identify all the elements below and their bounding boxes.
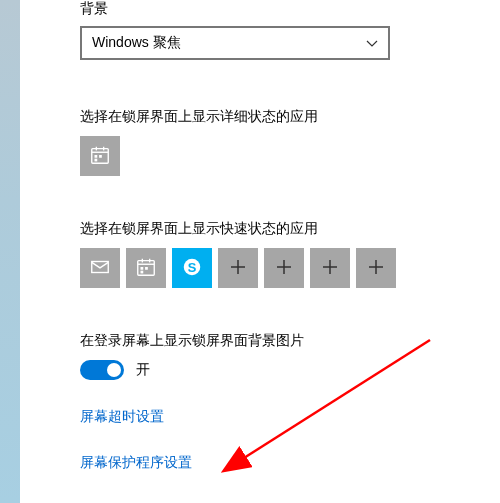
screensaver-settings-link[interactable]: 屏幕保护程序设置 — [80, 454, 192, 472]
detailed-status-label: 选择在锁屏界面上显示详细状态的应用 — [80, 108, 500, 126]
lockscreen-settings-panel: 背景 Windows 聚焦 选择在锁屏界面上显示详细状态的应用 选择在锁屏界面上… — [20, 0, 500, 503]
detailed-status-tiles — [80, 136, 500, 176]
background-dropdown[interactable]: Windows 聚焦 — [80, 26, 390, 60]
quick-status-add-slot-2[interactable] — [264, 248, 304, 288]
signin-bg-toggle-state: 开 — [136, 361, 150, 379]
quick-status-label: 选择在锁屏界面上显示快速状态的应用 — [80, 220, 500, 238]
quick-status-add-slot-1[interactable] — [218, 248, 258, 288]
mail-icon — [89, 256, 111, 281]
svg-rect-14 — [141, 270, 144, 273]
calendar-icon — [89, 144, 111, 169]
plus-icon — [368, 259, 384, 278]
svg-text:S: S — [188, 259, 197, 274]
svg-rect-6 — [95, 158, 98, 161]
skype-icon: S — [181, 256, 203, 281]
quick-status-add-slot-3[interactable] — [310, 248, 350, 288]
plus-icon — [322, 259, 338, 278]
quick-status-app-skype[interactable]: S — [172, 248, 212, 288]
screen-timeout-link[interactable]: 屏幕超时设置 — [80, 408, 164, 426]
svg-rect-13 — [145, 267, 148, 270]
chevron-down-icon — [366, 37, 378, 49]
quick-status-app-mail[interactable] — [80, 248, 120, 288]
window-edge-strip — [0, 0, 20, 503]
background-label: 背景 — [80, 0, 500, 18]
quick-status-add-slot-4[interactable] — [356, 248, 396, 288]
quick-status-app-calendar[interactable] — [126, 248, 166, 288]
calendar-icon — [135, 256, 157, 281]
signin-bg-toggle[interactable] — [80, 360, 124, 380]
svg-rect-7 — [92, 261, 109, 272]
detailed-status-app-calendar[interactable] — [80, 136, 120, 176]
plus-icon — [230, 259, 246, 278]
svg-rect-5 — [99, 155, 102, 158]
signin-bg-toggle-row: 开 — [80, 360, 500, 380]
signin-bg-label: 在登录屏幕上显示锁屏界面背景图片 — [80, 332, 500, 350]
quick-status-tiles: S — [80, 248, 500, 288]
background-dropdown-value: Windows 聚焦 — [92, 34, 181, 52]
svg-rect-4 — [95, 155, 98, 158]
toggle-knob — [107, 363, 121, 377]
svg-rect-12 — [141, 267, 144, 270]
plus-icon — [276, 259, 292, 278]
